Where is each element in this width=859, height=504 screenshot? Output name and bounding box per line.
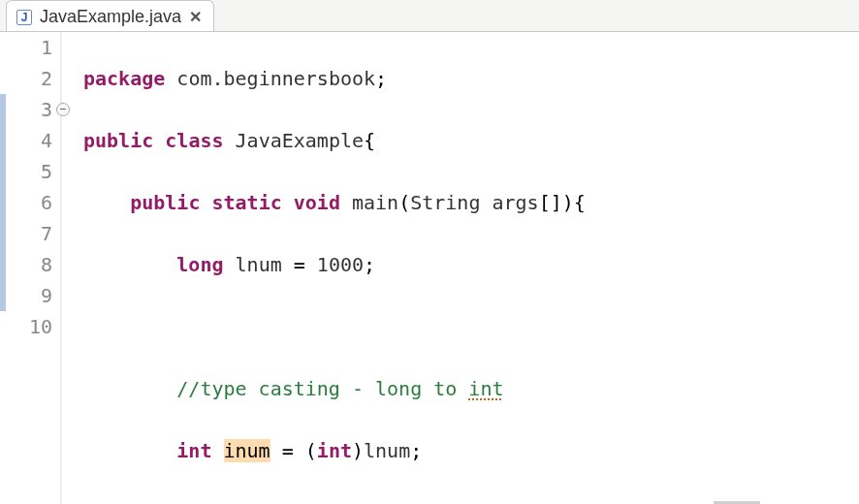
line-number: 8 xyxy=(0,249,52,280)
line-number: 5 xyxy=(0,156,52,187)
line-number: 6 xyxy=(0,187,52,218)
line-number: 10 xyxy=(0,311,52,342)
code-editor[interactable]: 1 2 3− 4 5 6 7 8 9 10 package com.beginn… xyxy=(0,32,859,504)
spellcheck-underline: int xyxy=(468,377,503,400)
fold-toggle-icon[interactable]: − xyxy=(56,103,70,116)
highlight-write: inum xyxy=(224,439,270,462)
editor-tab-javaexample[interactable]: J JavaExample.java ✕ xyxy=(6,0,214,31)
line-number: 9 xyxy=(0,280,52,311)
java-file-icon: J xyxy=(16,10,32,25)
line-number: 7 xyxy=(0,218,52,249)
line-gutter: 1 2 3− 4 5 6 7 8 9 10 xyxy=(0,32,62,504)
tab-title: JavaExample.java xyxy=(40,7,181,27)
line-number: 1 xyxy=(0,32,52,63)
editor-tabbar: J JavaExample.java ✕ xyxy=(0,0,859,32)
line-number: 4 xyxy=(0,125,52,156)
line-number: 2 xyxy=(0,63,52,94)
close-icon[interactable]: ✕ xyxy=(189,8,202,26)
code-area[interactable]: package com.beginnersbook; public class … xyxy=(62,32,859,504)
line-number: 3− xyxy=(0,94,52,125)
